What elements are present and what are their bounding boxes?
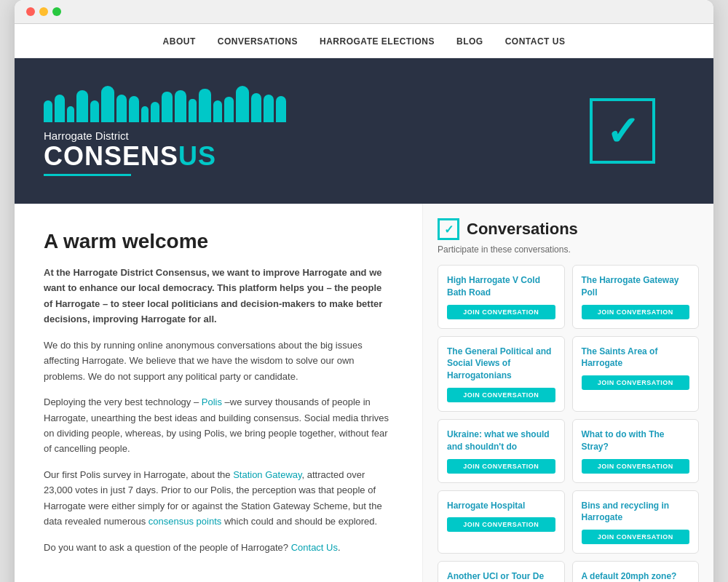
hero-title-main: CONSENS — [44, 141, 178, 171]
person-silhouette — [151, 102, 159, 122]
person-silhouette — [189, 99, 197, 122]
join-conversation-button[interactable]: JOIN CONVERSATION — [447, 459, 555, 474]
paragraph-3: Deploying the very best technology – Pol… — [44, 394, 393, 457]
join-conversation-button[interactable]: JOIN CONVERSATION — [582, 375, 690, 390]
conversation-card: The General Political and Social Views o… — [438, 336, 565, 412]
paragraph-4-before: Our first Polis survey in Harrogate, abo… — [44, 469, 233, 480]
conversation-card: A default 20mph zone? JOIN CONVERSATION — [572, 561, 700, 582]
person-silhouette — [90, 100, 99, 122]
conv-card-title: The General Political and Social Views o… — [447, 346, 555, 382]
person-silhouette — [44, 100, 52, 122]
conversation-card: Bins and recycling in Harrogate JOIN CON… — [572, 490, 700, 554]
conv-card-title: High Harrogate V Cold Bath Road — [447, 274, 555, 299]
main-nav: ABOUT CONVERSATIONS HARROGATE ELECTIONS … — [163, 36, 566, 47]
conv-card-title: What to do with The Stray? — [582, 428, 690, 453]
nav-contact[interactable]: CONTACT US — [505, 36, 566, 47]
nav-about[interactable]: ABOUT — [163, 36, 196, 47]
conversation-card: What to do with The Stray? JOIN CONVERSA… — [572, 419, 700, 483]
browser-window: ABOUT CONVERSATIONS HARROGATE ELECTIONS … — [15, 0, 713, 582]
welcome-heading: A warm welcome — [44, 230, 393, 253]
conversation-card: The Saints Area of Harrogate JOIN CONVER… — [572, 336, 700, 412]
hero-checkbox-icon — [590, 98, 655, 164]
conversations-header: ✓ Conversations — [438, 218, 699, 240]
browser-chrome — [15, 0, 713, 24]
conversation-card: High Harrogate V Cold Bath Road JOIN CON… — [438, 265, 565, 329]
contact-us-link[interactable]: Contact Us — [291, 542, 338, 553]
join-conversation-button[interactable]: JOIN CONVERSATION — [582, 305, 690, 319]
paragraph-1: At the Harrogate District Consensus, we … — [44, 265, 393, 327]
paragraph-2: We do this by running online anonymous c… — [44, 338, 393, 384]
conv-card-title: Harrogate Hospital — [447, 500, 555, 512]
hero-underline — [44, 174, 131, 176]
content-left: A warm welcome At the Harrogate District… — [15, 204, 422, 582]
conv-card-title: Ukraine: what we should and shouldn't do — [447, 428, 555, 453]
nav-conversations[interactable]: CONVERSATIONS — [218, 36, 298, 47]
conversations-grid: High Harrogate V Cold Bath Road JOIN CON… — [438, 265, 699, 582]
join-conversation-button[interactable]: JOIN CONVERSATION — [447, 388, 555, 402]
person-silhouette — [213, 100, 222, 122]
conversations-panel: ✓ Conversations Participate in these con… — [422, 204, 713, 582]
person-silhouette — [175, 90, 186, 122]
conversation-card: Harrogate Hospital JOIN CONVERSATION — [438, 490, 565, 554]
hero-content: Harrogate District CONSENSUS — [44, 86, 286, 176]
person-silhouette — [199, 89, 211, 122]
person-silhouette — [162, 92, 173, 122]
conversations-icon: ✓ — [438, 218, 459, 240]
main-area: A warm welcome At the Harrogate District… — [15, 204, 713, 582]
dot-yellow[interactable] — [39, 7, 48, 16]
conversations-subtitle: Participate in these conversations. — [438, 244, 699, 255]
people-silhouettes — [44, 86, 286, 122]
nav-blog[interactable]: BLOG — [456, 36, 483, 47]
hero-title: CONSENSUS — [44, 143, 286, 170]
join-conversation-button[interactable]: JOIN CONVERSATION — [582, 459, 690, 474]
join-conversation-button[interactable]: JOIN CONVERSATION — [447, 305, 555, 319]
conv-card-title: The Saints Area of Harrogate — [582, 346, 690, 370]
person-silhouette — [116, 95, 127, 122]
paragraph-4: Our first Polis survey in Harrogate, abo… — [44, 467, 393, 530]
join-conversation-button[interactable]: JOIN CONVERSATION — [447, 517, 555, 532]
paragraph-1-bold: At the Harrogate District Consensus, we … — [44, 267, 382, 324]
person-silhouette — [129, 96, 139, 122]
person-silhouette — [55, 95, 65, 122]
nav-elections[interactable]: HARROGATE ELECTIONS — [320, 36, 435, 47]
person-silhouette — [141, 106, 149, 122]
conversation-card: Another UCI or Tour De Yorkshire? JOIN C… — [438, 561, 565, 582]
join-conversation-button[interactable]: JOIN CONVERSATION — [582, 530, 690, 544]
person-silhouette — [76, 90, 88, 122]
person-silhouette — [101, 86, 114, 122]
paragraph-5-before: Do you want to ask a question of the peo… — [44, 542, 291, 553]
nav-bar: ABOUT CONVERSATIONS HARROGATE ELECTIONS … — [15, 24, 713, 58]
conv-card-title: The Harrogate Gateway Poll — [582, 274, 690, 299]
conversation-card: The Harrogate Gateway Poll JOIN CONVERSA… — [572, 265, 700, 329]
dot-red[interactable] — [26, 7, 35, 16]
person-silhouette — [67, 106, 74, 122]
conv-card-title: Another UCI or Tour De Yorkshire? — [447, 570, 555, 582]
conversations-title: Conversations — [467, 220, 578, 239]
hero-section: Harrogate District CONSENSUS — [15, 58, 713, 204]
conversation-card: Ukraine: what we should and shouldn't do… — [438, 419, 565, 483]
hero-logo-text: Harrogate District — [44, 129, 286, 142]
person-silhouette — [251, 93, 261, 122]
station-gateway-link[interactable]: Station Gateway — [233, 469, 301, 480]
person-silhouette — [224, 97, 234, 122]
paragraph-5: Do you want to ask a question of the peo… — [44, 540, 393, 555]
paragraph-3-before: Deploying the very best technology – — [44, 396, 202, 407]
dot-green[interactable] — [52, 7, 61, 16]
polis-link-1[interactable]: Polis — [202, 396, 222, 407]
hero-title-highlight: US — [178, 141, 216, 171]
person-silhouette — [264, 95, 274, 122]
conv-card-title: A default 20mph zone? — [582, 570, 690, 582]
person-silhouette — [236, 86, 249, 122]
consensus-points-link[interactable]: consensus points — [149, 516, 221, 527]
person-silhouette — [276, 96, 286, 122]
paragraph-4-end: which could and should be explored. — [221, 516, 377, 527]
paragraph-5-end: . — [338, 542, 341, 553]
conv-card-title: Bins and recycling in Harrogate — [582, 500, 690, 525]
